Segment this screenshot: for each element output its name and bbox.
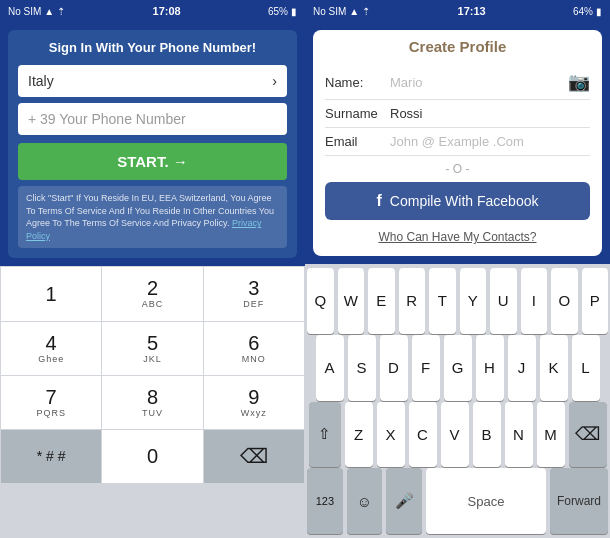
or-divider: - O - (325, 156, 590, 182)
keyboard: Q W E R T Y U I O P A S D F G H J K L ⇧ … (305, 264, 610, 538)
kb-row-3: ⇧ Z X C V B N M ⌫ (307, 402, 608, 468)
create-profile-title: Create Profile (325, 38, 590, 55)
emoji-key[interactable]: ☺ (347, 468, 383, 534)
left-time: 17:08 (153, 5, 181, 17)
email-field-row: Email John @ Example .Com (325, 128, 590, 156)
name-field-row: Name: Mario 📷 (325, 65, 590, 100)
keyboard-delete-key[interactable]: ⌫ (569, 402, 607, 468)
left-carrier: No SIM (8, 6, 41, 17)
right-phone: No SIM ▲ ⇡ 17:13 64% ▮ Create Profile Na… (305, 0, 610, 538)
camera-icon[interactable]: 📷 (568, 71, 590, 93)
num-key-5[interactable]: 5 JKL (102, 322, 202, 375)
right-status-right: 64% ▮ (573, 6, 602, 17)
email-label: Email (325, 134, 390, 149)
key-s[interactable]: S (348, 335, 376, 401)
phone-input[interactable]: + 39 Your Phone Number (18, 103, 287, 135)
terms-text: Click "Start" If You Reside In EU, EEA S… (18, 186, 287, 248)
right-battery-pct: 64% (573, 6, 593, 17)
right-battery-icon: ▮ (596, 6, 602, 17)
surname-input[interactable]: Rossi (390, 106, 590, 121)
country-value: Italy (28, 73, 54, 89)
key-b[interactable]: B (473, 402, 501, 468)
num-key-8[interactable]: 8 TUV (102, 376, 202, 429)
name-label: Name: (325, 75, 390, 90)
right-wifi-icon: ⇡ (362, 6, 370, 17)
key-q[interactable]: Q (307, 268, 334, 334)
name-input[interactable]: Mario (390, 75, 568, 90)
facebook-button[interactable]: f Compile With Facebook (325, 182, 590, 220)
key-a[interactable]: A (316, 335, 344, 401)
key-y[interactable]: Y (460, 268, 487, 334)
right-status-left: No SIM ▲ ⇡ (313, 6, 370, 17)
num-key-3[interactable]: 3 DEF (204, 267, 304, 320)
right-carrier: No SIM (313, 6, 346, 17)
left-status-bar: No SIM ▲ ⇡ 17:08 65% ▮ (0, 0, 305, 22)
signin-area: Sign In With Your Phone Number! Italy › … (8, 30, 297, 258)
key-u[interactable]: U (490, 268, 517, 334)
right-signal-icon: ▲ (349, 6, 359, 17)
left-battery-pct: 65% (268, 6, 288, 17)
key-g[interactable]: G (444, 335, 472, 401)
chevron-right-icon: › (272, 73, 277, 89)
contacts-link[interactable]: Who Can Have My Contacts? (325, 226, 590, 248)
num-key-4[interactable]: 4 Ghee (1, 322, 101, 375)
email-input[interactable]: John @ Example .Com (390, 134, 590, 149)
key-r[interactable]: R (399, 268, 426, 334)
num-key-9[interactable]: 9 Wxyz (204, 376, 304, 429)
key-i[interactable]: I (521, 268, 548, 334)
forward-key[interactable]: Forward (550, 468, 608, 534)
left-status-left: No SIM ▲ ⇡ (8, 6, 65, 17)
left-battery-icon: ▮ (291, 6, 297, 17)
key-h[interactable]: H (476, 335, 504, 401)
num-switch-key[interactable]: 123 (307, 468, 343, 534)
kb-row-2: A S D F G H J K L (307, 335, 608, 401)
create-profile-area: Create Profile Name: Mario 📷 Surname Ros… (313, 30, 602, 256)
surname-field-row: Surname Rossi (325, 100, 590, 128)
key-z[interactable]: Z (345, 402, 373, 468)
facebook-label: Compile With Facebook (390, 193, 539, 209)
key-m[interactable]: M (537, 402, 565, 468)
num-key-special[interactable]: * # # (1, 430, 101, 483)
signin-title: Sign In With Your Phone Number! (18, 40, 287, 55)
key-k[interactable]: K (540, 335, 568, 401)
key-l[interactable]: L (572, 335, 600, 401)
key-j[interactable]: J (508, 335, 536, 401)
key-n[interactable]: N (505, 402, 533, 468)
num-key-delete[interactable]: ⌫ (204, 430, 304, 483)
left-wifi-icon: ⇡ (57, 6, 65, 17)
kb-row-1: Q W E R T Y U I O P (307, 268, 608, 334)
start-button[interactable]: START. → (18, 143, 287, 180)
num-key-0[interactable]: 0 (102, 430, 202, 483)
left-phone: No SIM ▲ ⇡ 17:08 65% ▮ Sign In With Your… (0, 0, 305, 538)
left-signal-icon: ▲ (44, 6, 54, 17)
num-key-1[interactable]: 1 (1, 267, 101, 320)
space-key[interactable]: Space (426, 468, 546, 534)
numpad: 1 2 ABC 3 DEF 4 Ghee 5 JKL 6 MNO 7 PQRS … (0, 266, 305, 538)
kb-bottom-row: 123 ☺ 🎤 Space Forward (307, 468, 608, 536)
key-p[interactable]: P (582, 268, 609, 334)
key-x[interactable]: X (377, 402, 405, 468)
key-c[interactable]: C (409, 402, 437, 468)
right-status-bar: No SIM ▲ ⇡ 17:13 64% ▮ (305, 0, 610, 22)
key-t[interactable]: T (429, 268, 456, 334)
shift-key[interactable]: ⇧ (309, 402, 341, 468)
num-key-7[interactable]: 7 PQRS (1, 376, 101, 429)
left-status-right: 65% ▮ (268, 6, 297, 17)
key-e[interactable]: E (368, 268, 395, 334)
surname-label: Surname (325, 106, 390, 121)
right-time: 17:13 (458, 5, 486, 17)
key-o[interactable]: O (551, 268, 578, 334)
key-d[interactable]: D (380, 335, 408, 401)
key-f[interactable]: F (412, 335, 440, 401)
facebook-icon: f (377, 192, 382, 210)
num-key-2[interactable]: 2 ABC (102, 267, 202, 320)
mic-key[interactable]: 🎤 (386, 468, 422, 534)
key-w[interactable]: W (338, 268, 365, 334)
country-select[interactable]: Italy › (18, 65, 287, 97)
num-key-6[interactable]: 6 MNO (204, 322, 304, 375)
key-v[interactable]: V (441, 402, 469, 468)
